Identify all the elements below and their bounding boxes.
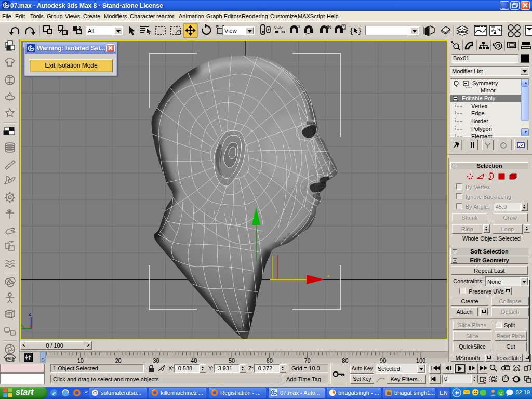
svg-text:}: } xyxy=(358,26,361,35)
svg-text:'MI': 'MI' xyxy=(7,357,12,361)
svg-text:z: z xyxy=(29,311,31,317)
svg-text:e: e xyxy=(499,390,502,396)
svg-text:e: e xyxy=(52,389,56,397)
svg-text:0.00: 0.00 xyxy=(274,25,283,30)
svg-text:x: x xyxy=(30,323,33,328)
svg-text:%: % xyxy=(327,24,331,30)
svg-text:{: { xyxy=(350,26,353,35)
svg-text:x: x xyxy=(327,273,330,278)
svg-text:3: 3 xyxy=(297,24,300,29)
